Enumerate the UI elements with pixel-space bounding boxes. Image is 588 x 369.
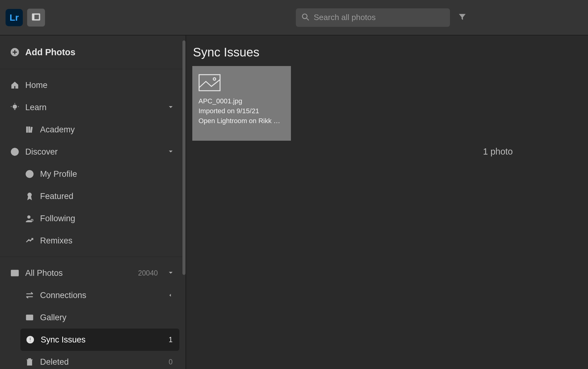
sidebar-item-label: Academy	[40, 125, 75, 135]
image-placeholder-icon	[198, 74, 221, 91]
sidebar: Add Photos Home Learn Academy Discover	[0, 35, 186, 369]
sidebar-item-label: Remixes	[40, 236, 72, 246]
sidebar-item-featured[interactable]: Featured	[0, 185, 186, 207]
sidebar-item-academy[interactable]: Academy	[0, 118, 186, 141]
svg-rect-28	[30, 341, 31, 342]
svg-point-2	[302, 14, 307, 19]
page-title: Sync Issues	[193, 45, 582, 59]
sidebar-item-label: Featured	[40, 192, 73, 201]
deleted-count: 0	[169, 358, 173, 366]
search-icon	[301, 13, 314, 22]
photo-count-label: 1 photo	[483, 147, 513, 157]
sidebar-item-sync-issues[interactable]: Sync Issues 1	[20, 329, 179, 351]
image-icon	[9, 267, 20, 279]
globe-icon	[9, 146, 20, 157]
lightbulb-icon	[9, 102, 20, 113]
sidebar-item-connections[interactable]: Connections	[0, 284, 186, 306]
search-box[interactable]	[296, 8, 450, 27]
user-plus-icon	[24, 213, 35, 224]
svg-rect-27	[30, 338, 31, 340]
add-icon	[9, 47, 20, 58]
content-area: Sync Issues APC_0001.jpg Imported on 9/1…	[186, 35, 588, 369]
chevron-down-icon	[168, 268, 174, 278]
sidebar-item-label: Connections	[40, 291, 86, 300]
remix-icon	[24, 235, 35, 246]
panel-icon	[32, 13, 40, 23]
svg-rect-11	[29, 127, 30, 133]
ribbon-icon	[24, 191, 35, 202]
profile-icon	[24, 168, 35, 180]
sidebar-item-label: My Profile	[40, 169, 77, 179]
sidebar-item-label: All Photos	[25, 268, 63, 278]
sidebar-item-learn[interactable]: Learn	[0, 96, 186, 118]
svg-point-18	[28, 193, 31, 197]
sync-issues-count: 1	[169, 336, 173, 344]
sidebar-item-label: Deleted	[40, 357, 69, 367]
filter-icon	[458, 13, 466, 22]
sidebar-item-home[interactable]: Home	[0, 74, 186, 96]
svg-point-17	[29, 172, 31, 174]
chevron-down-icon	[168, 103, 174, 112]
sidebar-item-all-photos[interactable]: All Photos 20040	[0, 262, 186, 284]
svg-point-19	[27, 216, 30, 218]
sidebar-item-remixes[interactable]: Remixes	[0, 230, 186, 252]
chevron-down-icon	[168, 147, 174, 157]
photo-filename: APC_0001.jpg	[198, 96, 285, 106]
all-photos-count: 20040	[138, 269, 158, 277]
sidebar-item-label: Following	[40, 214, 75, 223]
add-photos-button[interactable]: Add Photos	[0, 35, 186, 69]
sidebar-item-gallery[interactable]: Gallery	[0, 306, 186, 329]
sidebar-item-my-profile[interactable]: My Profile	[0, 163, 186, 185]
books-icon	[24, 124, 35, 135]
svg-line-3	[307, 18, 309, 20]
add-photos-label: Add Photos	[25, 47, 76, 57]
gallery-icon	[24, 312, 35, 323]
panel-toggle-button[interactable]	[27, 9, 45, 27]
svg-point-5	[13, 105, 17, 109]
sidebar-scrollbar[interactable]	[182, 40, 186, 275]
sidebar-item-label: Gallery	[40, 313, 67, 322]
home-icon	[9, 80, 20, 91]
photo-card[interactable]: APC_0001.jpg Imported on 9/15/21 Open Li…	[192, 66, 291, 141]
svg-rect-1	[34, 15, 39, 19]
sidebar-item-label: Discover	[25, 147, 58, 157]
sidebar-item-label: Home	[25, 81, 47, 90]
sidebar-item-following[interactable]: Following	[0, 207, 186, 230]
trash-icon	[24, 356, 35, 367]
filter-button[interactable]	[456, 11, 468, 24]
search-input[interactable]	[314, 13, 444, 22]
chevron-left-icon	[168, 291, 173, 300]
sidebar-item-label: Sync Issues	[41, 335, 86, 345]
sidebar-item-discover[interactable]: Discover	[0, 141, 186, 163]
svg-rect-29	[199, 75, 220, 91]
photo-import-date: Imported on 9/15/21	[198, 106, 285, 116]
svg-rect-23	[27, 315, 33, 320]
svg-rect-12	[30, 127, 32, 133]
alert-icon	[25, 334, 36, 345]
sidebar-item-label: Learn	[25, 103, 47, 112]
svg-point-30	[213, 78, 216, 80]
connections-icon	[24, 290, 35, 301]
photo-hint: Open Lightroom on Rikk …	[198, 116, 285, 126]
sidebar-item-deleted[interactable]: Deleted 0	[0, 351, 186, 369]
svg-rect-10	[27, 127, 28, 133]
app-logo[interactable]: Lr	[6, 9, 23, 26]
